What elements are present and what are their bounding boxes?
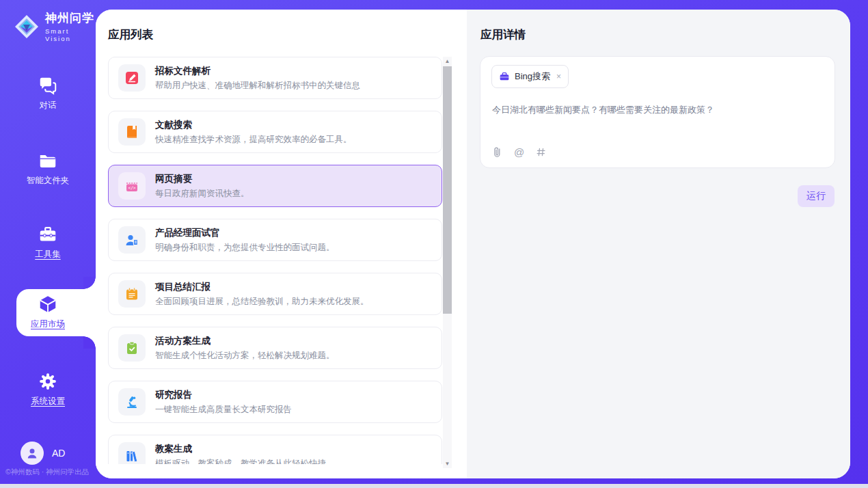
svg-text:</>: </> <box>128 185 135 190</box>
chat-icon <box>38 75 58 96</box>
microscope-icon <box>118 388 146 416</box>
sidebar-item-chat[interactable]: 对话 <box>0 75 96 111</box>
app-title: 研究报告 <box>155 389 292 401</box>
avatar <box>21 442 44 465</box>
app-card-bid-document-analysis[interactable]: 招标文件解析 帮助用户快速、准确地理解和解析招标书中的关键信息 <box>108 57 442 99</box>
book-icon <box>118 118 146 146</box>
sidebar-item-label: 系统设置 <box>31 396 65 407</box>
user-name: AD <box>52 448 65 459</box>
edit-icon <box>118 64 146 92</box>
attachment-icon[interactable] <box>492 146 502 158</box>
content-area: 应用列表 招标文件解析 帮助用户快速、准确地理解和解析招标书中的关键信息 <box>96 10 850 478</box>
calendar-icon <box>118 280 146 308</box>
tool-tag-bing-search[interactable]: Bing搜索 × <box>491 65 569 88</box>
folder-icon <box>38 150 58 171</box>
app-title: 教案生成 <box>155 443 326 455</box>
toolbox-icon <box>38 224 58 245</box>
scroll-down-arrow-icon[interactable]: ▼ <box>443 459 452 468</box>
brand-logo: 神州问学 Smart Vision <box>14 10 96 42</box>
gear-icon <box>38 371 58 392</box>
app-list-title: 应用列表 <box>108 27 153 42</box>
active-nav-pill-curve-bottom <box>83 336 96 349</box>
webpage-icon: </> <box>118 172 146 200</box>
app-title: 项目总结汇报 <box>155 281 369 293</box>
query-textarea[interactable]: 今日湖北有哪些新闻要点？有哪些需要关注的最新政策？ <box>492 103 824 116</box>
app-desc: 一键智能生成高质量长文本研究报告 <box>155 404 292 416</box>
cube-icon <box>38 294 58 314</box>
app-desc: 每日政府新闻资讯快查。 <box>155 188 249 200</box>
app-card-project-summary[interactable]: 项目总结汇报 全面回顾项目进展，总结经验教训，助力未来优化发展。 <box>108 273 442 315</box>
app-desc: 帮助用户快速、准确地理解和解析招标书中的关键信息 <box>155 80 360 92</box>
sidebar: 神州问学 Smart Vision 对话 智能文件夹 <box>0 0 96 484</box>
app-desc: 智能生成个性化活动方案，轻松解决规划难题。 <box>155 350 335 362</box>
app-title: 文献搜索 <box>155 119 352 131</box>
clipboard-check-icon <box>118 334 146 362</box>
briefcase-icon <box>499 71 510 82</box>
app-card-literature-search[interactable]: 文献搜索 快速精准查找学术资源，提高研究效率的必备工具。 <box>108 111 442 153</box>
app-frame: 神州问学 Smart Vision 对话 智能文件夹 <box>0 0 868 484</box>
sidebar-item-label: 智能文件夹 <box>27 175 70 187</box>
app-desc: 快速精准查找学术资源，提高研究效率的必备工具。 <box>155 134 352 146</box>
app-detail-title: 应用详情 <box>480 27 526 42</box>
app-list-panel: 应用列表 招标文件解析 帮助用户快速、准确地理解和解析招标书中的关键信息 <box>96 10 467 478</box>
app-card-research-report[interactable]: 研究报告 一键智能生成高质量长文本研究报告 <box>108 381 442 423</box>
app-desc: 明确身份和职责，为您提供专业性的面试问题。 <box>155 242 335 254</box>
sidebar-item-toolbox[interactable]: 工具集 <box>0 224 96 260</box>
app-card-event-plan[interactable]: 活动方案生成 智能生成个性化活动方案，轻松解决规划难题。 <box>108 327 442 369</box>
app-desc: 全面回顾项目进展，总结经验教训，助力未来优化发展。 <box>155 296 369 308</box>
app-title: 产品经理面试官 <box>155 227 335 239</box>
close-icon[interactable]: × <box>556 72 561 81</box>
scrollbar-thumb[interactable] <box>443 66 452 314</box>
app-detail-panel: 应用详情 Bing搜索 × 今日湖北有哪些新闻要点？有哪些需要关注的最新政策？ <box>467 10 850 478</box>
app-list: 招标文件解析 帮助用户快速、准确地理解和解析招标书中的关键信息 文献搜索 <box>108 57 442 464</box>
hash-icon[interactable] <box>536 147 546 157</box>
diamond-logo-icon <box>14 14 40 40</box>
scroll-up-arrow-icon[interactable]: ▲ <box>443 57 452 66</box>
prompt-input-card[interactable]: Bing搜索 × 今日湖北有哪些新闻要点？有哪些需要关注的最新政策？ @ <box>480 56 835 168</box>
input-toolbar: @ <box>492 146 546 158</box>
app-title: 活动方案生成 <box>155 335 335 347</box>
active-nav-pill-curve-top <box>83 277 96 289</box>
brand-name: 神州问学 <box>45 10 96 26</box>
app-title: 网页摘要 <box>155 173 249 185</box>
mention-icon[interactable]: @ <box>514 146 524 158</box>
brand-subtitle: Smart Vision <box>45 27 96 42</box>
sidebar-item-label: 工具集 <box>35 249 61 260</box>
app-card-webpage-summary[interactable]: </> 网页摘要 每日政府新闻资讯快查。 <box>108 165 442 207</box>
sidebar-item-app-market[interactable]: 应用市场 <box>0 294 96 330</box>
run-button[interactable]: 运行 <box>798 185 835 207</box>
sidebar-item-settings[interactable]: 系统设置 <box>0 371 96 407</box>
copyright-footer: ©神州数码 · 神州问学出品 <box>5 467 97 477</box>
interviewer-icon <box>118 226 146 254</box>
app-card-pm-interviewer[interactable]: 产品经理面试官 明确身份和职责，为您提供专业性的面试问题。 <box>108 219 442 261</box>
app-card-lesson-plan[interactable]: 教案生成 模板驱动，教案秒成，教学准备从此轻松快捷 <box>108 435 442 464</box>
app-desc: 模板驱动，教案秒成，教学准备从此轻松快捷 <box>155 458 326 465</box>
app-title: 招标文件解析 <box>155 65 360 77</box>
tool-tag-label: Bing搜索 <box>515 70 550 83</box>
sidebar-item-label: 对话 <box>40 100 57 111</box>
books-icon <box>118 442 146 464</box>
user-account[interactable]: AD <box>21 442 65 465</box>
sidebar-item-label: 应用市场 <box>31 318 65 330</box>
sidebar-item-smart-folder[interactable]: 智能文件夹 <box>0 150 96 187</box>
list-scrollbar[interactable]: ▲ ▼ <box>443 57 452 468</box>
